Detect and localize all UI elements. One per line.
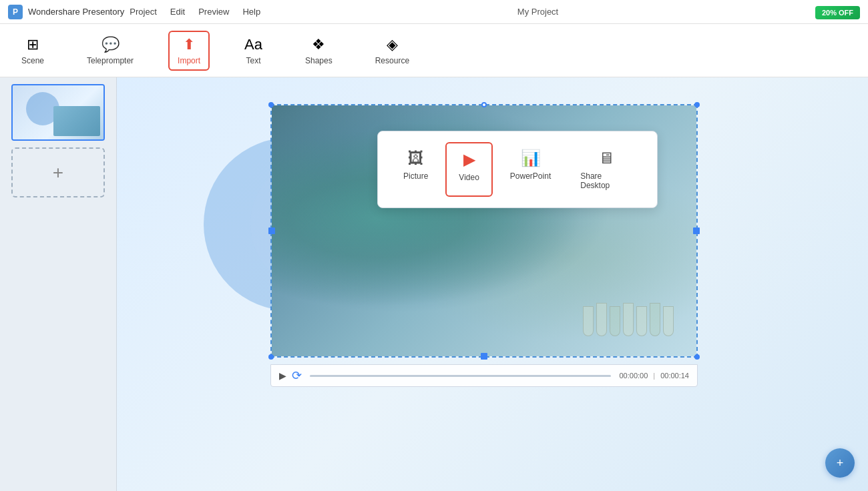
menu-edit[interactable]: Edit <box>170 7 185 17</box>
import-dropdown: 🖼 Picture ▶ Video 📊 PowerPoint 🖥 Share D… <box>377 131 658 208</box>
resize-handle-l[interactable] <box>268 227 275 234</box>
video-icon: ▶ <box>463 150 475 169</box>
video-label: Video <box>459 173 479 182</box>
share-desktop-icon: 🖥 <box>598 149 614 167</box>
picture-label: Picture <box>403 171 428 181</box>
scene-button[interactable]: ⊞ Scene <box>13 32 52 69</box>
project-name: My Project <box>517 7 558 17</box>
app-logo: P <box>8 5 23 19</box>
resource-icon: ◈ <box>387 36 398 53</box>
tube-6 <box>650 303 660 336</box>
import-share-desktop-option[interactable]: 🖥 Share Desktop <box>568 142 644 197</box>
slide-thumb-inner-1 <box>13 85 103 139</box>
tube-2 <box>596 303 607 336</box>
resize-handle-r[interactable] <box>693 227 700 234</box>
resource-label: Resource <box>375 56 409 65</box>
menu-help[interactable]: Help <box>242 7 260 17</box>
shapes-label: Shapes <box>305 56 333 65</box>
share-desktop-label: Share Desktop <box>580 171 632 190</box>
teleprompter-icon: 💬 <box>101 36 120 53</box>
import-icon: ⬆ <box>183 36 195 53</box>
teleprompter-label: Teleprompter <box>87 56 134 65</box>
scene-icon: ⊞ <box>27 36 39 53</box>
resource-button[interactable]: ◈ Resource <box>367 32 417 69</box>
menu-project[interactable]: Project <box>130 7 156 17</box>
resize-handle-t[interactable] <box>481 102 487 107</box>
fab-icon: + <box>837 456 844 470</box>
scene-label: Scene <box>21 56 44 65</box>
import-button[interactable]: ⬆ Import <box>168 31 210 71</box>
import-video-option[interactable]: ▶ Video <box>445 142 492 197</box>
titlebar: P Wondershare Presentory Project Edit Pr… <box>0 0 868 24</box>
logo-char: P <box>13 7 18 17</box>
resize-handle-br[interactable] <box>694 354 700 360</box>
test-tubes <box>583 283 683 336</box>
resize-handle-tl[interactable] <box>268 102 274 107</box>
total-time: 00:00:14 <box>660 372 689 380</box>
app-name: Wondershare Presentory <box>28 7 124 17</box>
tube-1 <box>583 306 594 336</box>
promo-area: 20% OFF <box>815 6 860 18</box>
shapes-icon: ❖ <box>312 36 325 53</box>
text-label: Text <box>246 56 261 65</box>
main-toolbar: ⊞ Scene 💬 Teleprompter ⬆ Import Aa Text … <box>0 24 868 77</box>
import-label: Import <box>178 56 200 65</box>
progress-bar[interactable] <box>310 375 611 377</box>
titlebar-left: P Wondershare Presentory Project Edit Pr… <box>8 5 260 19</box>
resize-handle-b[interactable] <box>481 353 487 360</box>
tube-4 <box>623 303 634 336</box>
slide-thumb-1[interactable]: 1 <box>11 84 105 141</box>
tube-5 <box>636 306 647 336</box>
add-slide-icon: + <box>53 162 63 183</box>
add-slide-button[interactable]: + <box>11 147 105 197</box>
promo-badge[interactable]: 20% OFF <box>815 6 860 19</box>
text-button[interactable]: Aa Text <box>236 32 270 69</box>
tube-3 <box>610 306 620 336</box>
powerpoint-label: PowerPoint <box>510 171 551 181</box>
fab-button[interactable]: + <box>825 448 855 478</box>
slides-panel: 1 + <box>0 77 117 491</box>
import-picture-option[interactable]: 🖼 Picture <box>391 142 440 197</box>
text-icon: Aa <box>244 36 262 53</box>
stop-button[interactable]: ⟳ <box>292 368 302 383</box>
play-button[interactable]: ▶ <box>279 370 286 381</box>
time-divider: | <box>653 372 655 380</box>
main-layout: 1 + <box>0 77 868 491</box>
video-controls: ▶ ⟳ 00:00:00 | 00:00:14 <box>270 364 698 387</box>
powerpoint-icon: 📊 <box>521 149 541 167</box>
teleprompter-button[interactable]: 💬 Teleprompter <box>79 32 142 69</box>
picture-icon: 🖼 <box>408 149 424 167</box>
current-time: 00:00:00 <box>619 372 648 380</box>
resize-handle-bl[interactable] <box>268 354 274 360</box>
shapes-button[interactable]: ❖ Shapes <box>297 32 341 69</box>
titlebar-menus: Project Edit Preview Help <box>130 7 260 17</box>
tube-7 <box>663 306 674 336</box>
resize-handle-tr[interactable] <box>694 102 700 107</box>
import-powerpoint-option[interactable]: 📊 PowerPoint <box>498 142 563 197</box>
canvas-area: ▶ ⟳ 00:00:00 | 00:00:14 🖼 Picture ▶ Vide… <box>117 77 868 491</box>
slide-thumb-image <box>53 106 100 136</box>
menu-preview[interactable]: Preview <box>198 7 229 17</box>
